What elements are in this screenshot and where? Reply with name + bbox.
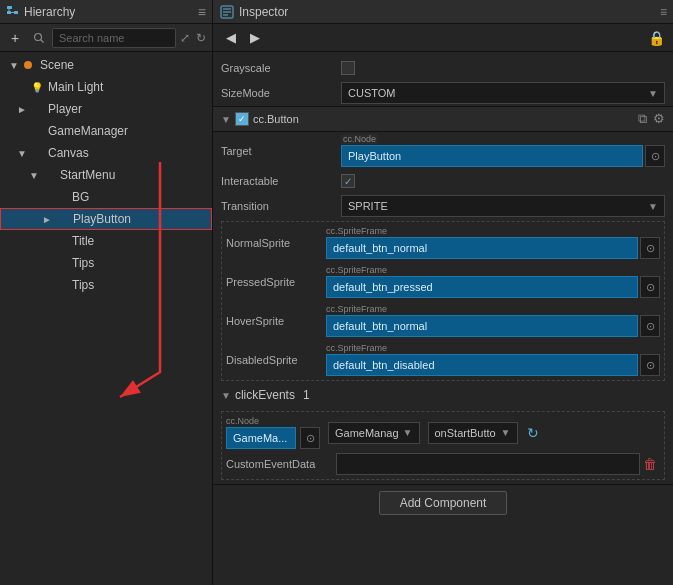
click-events-section-title-wrap: ▼ clickEvents: [221, 388, 295, 402]
bg-label: BG: [72, 190, 89, 204]
tree-item-tips1[interactable]: Tips: [0, 252, 212, 274]
cc-button-title: cc.Button: [253, 113, 299, 125]
cc-button-copy-icon[interactable]: ⧉: [638, 111, 647, 127]
normal-sprite-row: NormalSprite cc.SpriteFrame default_btn_…: [226, 226, 660, 259]
disabled-sprite-value: cc.SpriteFrame default_btn_disabled ⊙: [326, 343, 660, 376]
tree-item-gamemanager[interactable]: GameManager: [0, 120, 212, 142]
gamemanager-label: GameManager: [48, 124, 128, 138]
target-pick-button[interactable]: ⊙: [645, 145, 665, 167]
svg-line-6: [41, 39, 44, 42]
tree-item-canvas[interactable]: ▼ Canvas: [0, 142, 212, 164]
method-dropdown[interactable]: onStartButto ▼: [428, 422, 518, 444]
tree-item-playbutton[interactable]: ► PlayButton: [0, 208, 212, 230]
tree-item-scene[interactable]: ▼ Scene: [0, 54, 212, 76]
hierarchy-tree: ▼ Scene 💡 Main Light ► Player GameManage…: [0, 52, 212, 585]
click-events-arrow[interactable]: ▼: [221, 390, 231, 401]
add-component-button[interactable]: Add Component: [379, 491, 508, 515]
normal-sprite-label: NormalSprite: [226, 237, 326, 249]
interactable-checkbox[interactable]: [341, 174, 355, 188]
tips1-label: Tips: [72, 256, 94, 270]
pressed-sprite-pick-button[interactable]: ⊙: [640, 276, 660, 298]
playbutton-arrow: ►: [41, 213, 53, 225]
cc-button-arrow[interactable]: ▼: [221, 114, 231, 125]
click-node-field[interactable]: GameMa...: [226, 427, 296, 449]
scene-icon: [22, 58, 36, 72]
pressed-sprite-field-wrap: cc.SpriteFrame default_btn_pressed ⊙: [326, 265, 660, 298]
target-value: cc.Node PlayButton ⊙: [341, 134, 665, 167]
pressed-sprite-field-value: default_btn_pressed: [333, 281, 433, 293]
tree-item-startmenu[interactable]: ▼ StartMenu: [0, 164, 212, 186]
disabled-sprite-cc-label: cc.SpriteFrame: [326, 343, 660, 353]
method-dropdown-value: onStartButto: [435, 427, 496, 439]
hover-sprite-field-wrap: cc.SpriteFrame default_btn_normal ⊙: [326, 304, 660, 337]
cc-button-settings-icon[interactable]: ⚙: [653, 111, 665, 127]
click-events-count: 1: [303, 388, 310, 402]
hierarchy-title: Hierarchy: [24, 5, 194, 19]
hierarchy-icon: [6, 5, 20, 19]
transition-dropdown-value: SPRITE: [348, 200, 388, 212]
pressed-sprite-field[interactable]: default_btn_pressed: [326, 276, 638, 298]
custom-event-label: CustomEventData: [226, 458, 336, 470]
target-cc-label: cc.Node: [341, 134, 378, 144]
interactable-value: [341, 174, 665, 188]
search-button[interactable]: [28, 27, 50, 49]
disabled-sprite-row: DisabledSprite cc.SpriteFrame default_bt…: [226, 343, 660, 376]
component-dropdown[interactable]: GameManag ▼: [328, 422, 420, 444]
inspector-panel: Inspector ≡ ◀ ▶ 🔒 Grayscale SizeMode CUS…: [213, 0, 673, 585]
hierarchy-panel: Hierarchy ≡ + ⤢ ↻ ▼: [0, 0, 213, 585]
hover-sprite-pick-button[interactable]: ⊙: [640, 315, 660, 337]
refresh-icon[interactable]: ↻: [194, 29, 208, 47]
sizemode-dropdown-value: CUSTOM: [348, 87, 395, 99]
tree-item-tips2[interactable]: Tips: [0, 274, 212, 296]
click-node-pick-button[interactable]: ⊙: [300, 427, 320, 449]
tips2-arrow: [40, 279, 52, 291]
delete-event-button[interactable]: 🗑: [640, 454, 660, 474]
target-label: Target: [221, 145, 341, 157]
nav-forward-button[interactable]: ▶: [245, 28, 265, 48]
canvas-arrow: ▼: [16, 147, 28, 159]
hierarchy-menu-icon[interactable]: ≡: [198, 4, 206, 20]
scene-label: Scene: [40, 58, 74, 72]
hover-sprite-field-value: default_btn_normal: [333, 320, 427, 332]
tree-item-main-light[interactable]: 💡 Main Light: [0, 76, 212, 98]
lock-icon[interactable]: 🔒: [648, 30, 665, 46]
add-node-button[interactable]: +: [4, 27, 26, 49]
inspector-menu-icon[interactable]: ≡: [660, 5, 667, 19]
svg-point-5: [35, 33, 42, 40]
cc-button-checkbox[interactable]: [235, 112, 249, 126]
inspector-header: Inspector ≡: [213, 0, 673, 24]
grayscale-checkbox[interactable]: [341, 61, 355, 75]
refresh-binding-button[interactable]: ↻: [522, 422, 544, 444]
disabled-sprite-field[interactable]: default_btn_disabled: [326, 354, 638, 376]
normal-sprite-field[interactable]: default_btn_normal: [326, 237, 638, 259]
nav-back-button[interactable]: ◀: [221, 28, 241, 48]
expand-icon[interactable]: ⤢: [178, 29, 192, 47]
player-icon: [30, 102, 44, 116]
normal-sprite-pick-button[interactable]: ⊙: [640, 237, 660, 259]
cc-button-section-icons: ⧉ ⚙: [638, 111, 665, 127]
disabled-sprite-field-row: DisabledSprite cc.SpriteFrame default_bt…: [226, 343, 660, 376]
main-light-icon: 💡: [30, 80, 44, 94]
disabled-sprite-label: DisabledSprite: [226, 354, 326, 366]
sizemode-dropdown-arrow: ▼: [648, 88, 658, 99]
search-input[interactable]: [52, 28, 176, 48]
target-field-row: PlayButton ⊙: [341, 145, 665, 167]
target-field[interactable]: PlayButton: [341, 145, 643, 167]
tree-item-player[interactable]: ► Player: [0, 98, 212, 120]
component-dropdown-arrow: ▼: [403, 427, 413, 438]
custom-event-field[interactable]: [336, 453, 640, 475]
disabled-sprite-pick-button[interactable]: ⊙: [640, 354, 660, 376]
tree-item-bg[interactable]: BG: [0, 186, 212, 208]
gamemanager-arrow: [16, 125, 28, 137]
tree-item-title[interactable]: Title: [0, 230, 212, 252]
gamemanager-icon: [30, 124, 44, 138]
transition-dropdown[interactable]: SPRITE ▼: [341, 195, 665, 217]
grayscale-value: [341, 61, 665, 75]
title-arrow: [40, 235, 52, 247]
click-events-header-row: ▼ clickEvents 1: [213, 383, 673, 407]
playbutton-label: PlayButton: [73, 212, 131, 226]
svg-rect-0: [7, 6, 12, 9]
sizemode-dropdown[interactable]: CUSTOM ▼: [341, 82, 665, 104]
add-component-bar: Add Component: [213, 484, 673, 521]
hover-sprite-field[interactable]: default_btn_normal: [326, 315, 638, 337]
